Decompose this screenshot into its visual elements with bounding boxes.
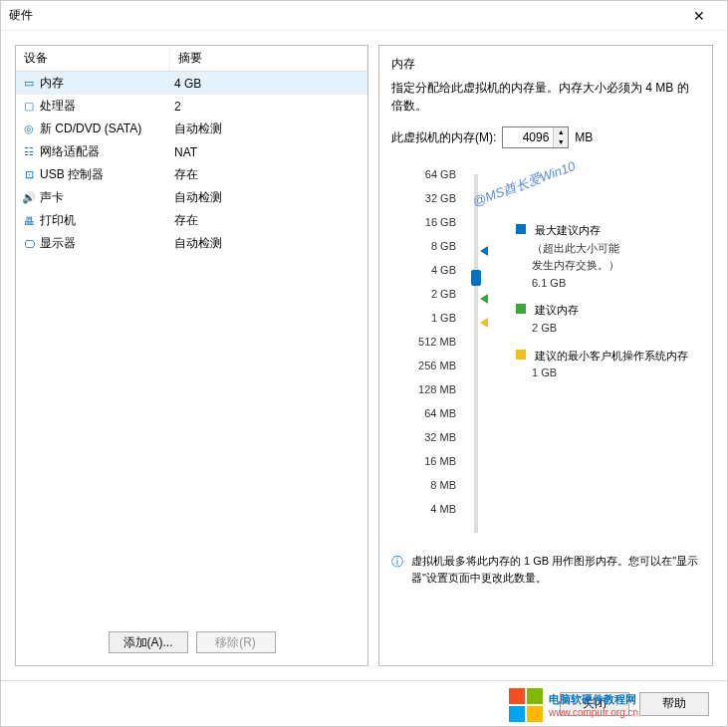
- slider-tick-label: 32 GB: [411, 186, 456, 210]
- device-icon: 🖵: [20, 238, 38, 250]
- slider-tick-label: 2 GB: [411, 282, 456, 306]
- device-icon: ☷: [20, 145, 38, 158]
- legend-min-val: 1 GB: [532, 364, 700, 382]
- slider-tick-label: 16 MB: [411, 449, 456, 473]
- legend-max-val: 6.1 GB: [532, 275, 700, 293]
- device-panel: 设备 摘要 ▭ 内存 4 GB▢ 处理器 2◎ 新 CD/DVD (SATA) …: [15, 45, 368, 666]
- slider-tick-label: 64 GB: [411, 162, 456, 186]
- device-row[interactable]: 🔊 声卡 自动检测: [16, 186, 367, 209]
- device-name: 显示器: [38, 235, 170, 252]
- slider-tick-label: 64 MB: [411, 401, 456, 425]
- legend-max-sub2: 发生内存交换。）: [532, 257, 700, 275]
- legend-rec-icon: [516, 304, 526, 314]
- device-summary: 自动检测: [170, 121, 364, 137]
- memory-label: 此虚拟机的内存(M):: [391, 129, 496, 146]
- remove-button: 移除(R): [196, 631, 276, 653]
- slider-tick-label: 128 MB: [411, 377, 456, 401]
- header-device: 设备: [16, 46, 170, 71]
- device-name: 新 CD/DVD (SATA): [38, 121, 170, 137]
- slider-handle[interactable]: [471, 270, 481, 286]
- device-summary: 自动检测: [170, 235, 364, 252]
- help-button[interactable]: 帮助: [639, 692, 709, 716]
- marker-max-icon: [480, 246, 488, 256]
- device-row[interactable]: ⊡ USB 控制器 存在: [16, 163, 367, 186]
- device-row[interactable]: ▢ 处理器 2: [16, 95, 367, 118]
- legend-rec-title: 建议内存: [535, 304, 579, 316]
- spinner-up-icon[interactable]: ▲: [554, 127, 568, 137]
- memory-unit: MB: [575, 130, 593, 144]
- slider-tick-label: 4 MB: [411, 497, 456, 521]
- legend-max-icon: [516, 224, 526, 234]
- device-icon: ◎: [20, 122, 38, 135]
- legend-max-title: 最大建议内存: [535, 224, 601, 236]
- legend-max-sub1: （超出此大小可能: [532, 240, 700, 258]
- slider-tick-label: 8 GB: [411, 234, 456, 258]
- device-summary: 存在: [170, 212, 364, 229]
- info-icon: ⓘ: [391, 553, 403, 586]
- slider-tick-label: 16 GB: [411, 210, 456, 234]
- slider-tick-label: 8 MB: [411, 473, 456, 497]
- memory-note: 虚拟机最多将此内存的 1 GB 用作图形内存。您可以在"显示器"设置页面中更改此…: [411, 553, 700, 586]
- device-name: 声卡: [38, 189, 170, 206]
- device-summary: 自动检测: [170, 189, 364, 206]
- close-icon[interactable]: ✕: [679, 8, 719, 24]
- slider-tick-label: 1 GB: [411, 306, 456, 330]
- marker-rec-icon: [480, 294, 488, 304]
- header-summary: 摘要: [170, 46, 367, 71]
- slider-tick-label: 512 MB: [411, 330, 456, 354]
- device-name: 处理器: [38, 98, 170, 115]
- device-summary: NAT: [170, 145, 364, 159]
- device-icon: ⊡: [20, 168, 38, 181]
- device-name: USB 控制器: [38, 166, 170, 183]
- spinner-down-icon[interactable]: ▼: [554, 137, 568, 147]
- device-row[interactable]: 🖵 显示器 自动检测: [16, 232, 367, 255]
- slider-tick-label: 32 MB: [411, 425, 456, 449]
- add-button[interactable]: 添加(A)...: [109, 631, 188, 653]
- device-name: 内存: [38, 75, 170, 92]
- slider-tick-label: 256 MB: [411, 354, 456, 377]
- device-summary: 4 GB: [170, 77, 364, 91]
- close-button[interactable]: 关闭: [560, 692, 629, 716]
- memory-spinner[interactable]: ▲ ▼: [502, 126, 569, 148]
- device-summary: 2: [170, 100, 364, 114]
- device-row[interactable]: ☷ 网络适配器 NAT: [16, 140, 367, 163]
- windows-logo-icon: [509, 688, 543, 722]
- device-icon: ▢: [20, 100, 38, 113]
- window-title: 硬件: [9, 7, 679, 24]
- legend-min-icon: [516, 350, 526, 360]
- device-summary: 存在: [170, 166, 364, 183]
- device-row[interactable]: ▭ 内存 4 GB: [16, 72, 367, 95]
- device-row[interactable]: 🖶 打印机 存在: [16, 209, 367, 232]
- device-row[interactable]: ◎ 新 CD/DVD (SATA) 自动检测: [16, 118, 367, 140]
- marker-min-icon: [480, 318, 488, 328]
- memory-desc: 指定分配给此虚拟机的内存量。内存大小必须为 4 MB 的倍数。: [391, 79, 700, 115]
- memory-input[interactable]: [503, 130, 553, 144]
- memory-panel: @MS酋长爱Win10 内存 指定分配给此虚拟机的内存量。内存大小必须为 4 M…: [378, 45, 713, 666]
- device-icon: 🖶: [20, 215, 38, 227]
- memory-title: 内存: [391, 56, 700, 73]
- device-name: 打印机: [38, 212, 170, 229]
- legend-min-title: 建议的最小客户机操作系统内存: [535, 350, 688, 362]
- device-icon: 🔊: [20, 191, 38, 204]
- device-icon: ▭: [20, 77, 38, 90]
- memory-slider[interactable]: [466, 162, 486, 533]
- device-name: 网络适配器: [38, 143, 170, 160]
- legend-rec-val: 2 GB: [532, 320, 700, 338]
- slider-tick-label: 4 GB: [411, 258, 456, 282]
